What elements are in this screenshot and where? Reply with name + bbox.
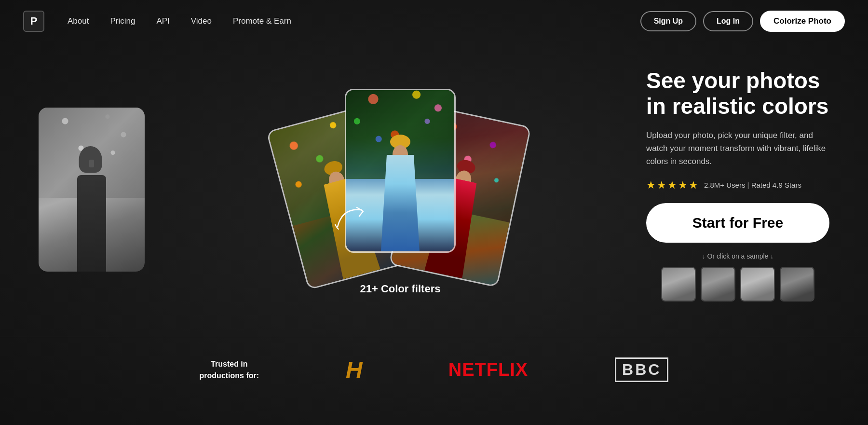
bbc-logo-text: BBC <box>615 357 668 382</box>
navbar-left: P About Pricing API Video Promote & Earn <box>23 11 291 32</box>
logo[interactable]: P <box>23 11 44 32</box>
hero-right-cta: See your photos in realistic colors Uplo… <box>637 68 829 301</box>
sample-hint: ↓ Or click on a sample ↓ <box>646 252 829 260</box>
thumb-image-3 <box>741 268 774 301</box>
netflix-logo-text: NETFLIX <box>448 359 528 380</box>
trusted-label-text: Trusted in productions for: <box>200 360 259 380</box>
bw-photo-inner <box>39 108 145 272</box>
nav-links: About Pricing API Video Promote & Earn <box>68 16 291 26</box>
figure-dress-blue <box>381 155 420 251</box>
figure-blue <box>376 145 424 251</box>
stars-row: ★★★★★ 2.8M+ Users | Rated 4.9 Stars <box>646 179 829 192</box>
brand-bbc: BBC <box>615 357 668 382</box>
thumb-image-1 <box>662 268 695 301</box>
sample-thumbnails <box>646 267 829 302</box>
nav-item-about[interactable]: About <box>68 16 89 26</box>
history-logo-text: H <box>346 356 362 383</box>
fan-container <box>275 74 526 277</box>
arrow-annotation <box>333 203 371 233</box>
navbar: P About Pricing API Video Promote & Earn… <box>0 0 868 42</box>
bw-figure <box>65 146 118 272</box>
star-icons: ★★★★★ <box>646 179 699 192</box>
nav-item-video[interactable]: Video <box>191 16 212 26</box>
sample-thumb-4[interactable] <box>780 267 814 302</box>
colorize-photo-button[interactable]: Colorize Photo <box>760 11 845 32</box>
nav-link-video[interactable]: Video <box>191 16 212 26</box>
sample-thumb-3[interactable] <box>740 267 775 302</box>
brand-netflix: NETFLIX <box>448 359 528 380</box>
nav-item-api[interactable]: API <box>156 16 169 26</box>
arrow-icon <box>333 203 371 232</box>
sample-thumb-2[interactable] <box>701 267 735 302</box>
thumb-image-4 <box>781 268 814 301</box>
signup-button[interactable]: Sign Up <box>640 11 696 31</box>
brand-history: H <box>346 356 362 383</box>
trusted-label: Trusted in productions for: <box>200 358 259 382</box>
hero-center-fan: 21+ Color filters <box>270 74 530 295</box>
nav-link-promote[interactable]: Promote & Earn <box>233 16 291 26</box>
logo-text: P <box>30 15 38 27</box>
login-button[interactable]: Log In <box>703 11 753 31</box>
filter-label: 21+ Color filters <box>360 283 441 295</box>
bw-photo-card <box>39 108 145 272</box>
nav-link-api[interactable]: API <box>156 16 169 26</box>
hero-subtext: Upload your photo, pick your unique filt… <box>646 129 829 168</box>
nav-link-pricing[interactable]: Pricing <box>110 16 135 26</box>
start-free-button[interactable]: Start for Free <box>646 203 829 243</box>
navbar-right: Sign Up Log In Colorize Photo <box>640 11 845 32</box>
thumb-image-2 <box>702 268 734 301</box>
bw-neck <box>89 160 94 167</box>
hero-left-photo <box>39 98 164 272</box>
hero-section: 21+ Color filters See your photos in rea… <box>0 42 868 332</box>
hero-headline: See your photos in realistic colors <box>646 68 829 119</box>
bw-figure-body <box>77 175 106 272</box>
trusted-section: Trusted in productions for: H NETFLIX BB… <box>0 337 868 402</box>
nav-link-about[interactable]: About <box>68 16 89 26</box>
sample-thumb-1[interactable] <box>661 267 696 302</box>
nav-item-promote[interactable]: Promote & Earn <box>233 16 291 26</box>
nav-item-pricing[interactable]: Pricing <box>110 16 135 26</box>
rating-text: 2.8M+ Users | Rated 4.9 Stars <box>704 181 801 189</box>
